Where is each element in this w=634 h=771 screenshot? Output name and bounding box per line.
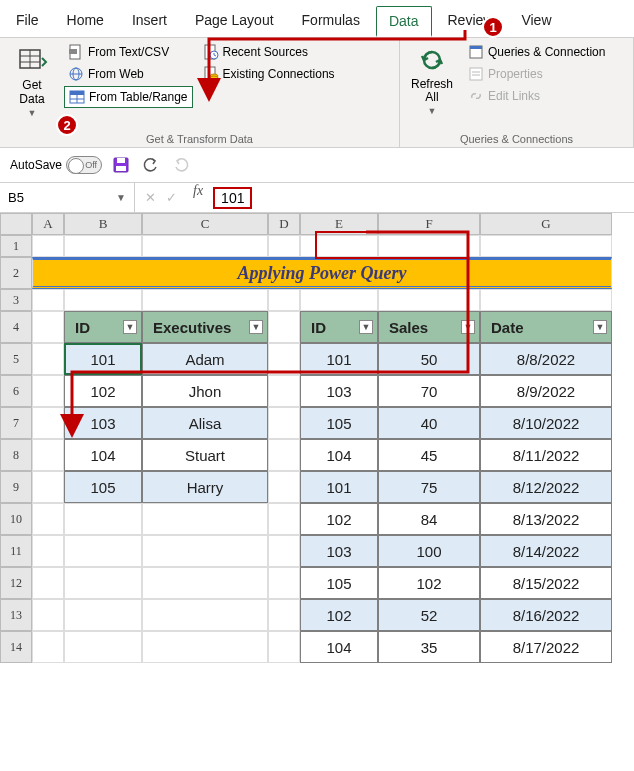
table-cell[interactable]: 8/12/2022 [480, 471, 612, 503]
table-cell[interactable]: 102 [378, 567, 480, 599]
cell-b5-selected[interactable]: 101 [64, 343, 142, 375]
row-header[interactable]: 7 [0, 407, 32, 439]
row-header[interactable]: 14 [0, 631, 32, 663]
filter-dropdown-icon[interactable]: ▼ [359, 320, 373, 334]
redo-button[interactable] [170, 154, 192, 176]
table-cell[interactable]: 50 [378, 343, 480, 375]
table-cell[interactable]: 103 [64, 407, 142, 439]
filter-dropdown-icon[interactable]: ▼ [249, 320, 263, 334]
row-header[interactable]: 1 [0, 235, 32, 257]
tab-view[interactable]: View [509, 6, 563, 37]
cancel-icon[interactable]: ✕ [145, 190, 156, 205]
existing-connections-button[interactable]: Existing Connections [199, 64, 339, 84]
tab-home[interactable]: Home [55, 6, 116, 37]
save-button[interactable] [110, 154, 132, 176]
recent-sources-button[interactable]: Recent Sources [199, 42, 339, 62]
table-cell[interactable]: 105 [300, 567, 378, 599]
formula-input[interactable]: 101 [209, 183, 634, 212]
row-header[interactable]: 11 [0, 535, 32, 567]
row-header[interactable]: 12 [0, 567, 32, 599]
queries-connections-button[interactable]: Queries & Connection [464, 42, 609, 62]
tab-page-layout[interactable]: Page Layout [183, 6, 286, 37]
table2-header-sales[interactable]: Sales▼ [378, 311, 480, 343]
filter-dropdown-icon[interactable]: ▼ [593, 320, 607, 334]
undo-button[interactable] [140, 154, 162, 176]
table-cell[interactable]: 104 [300, 439, 378, 471]
table-cell[interactable]: 102 [300, 599, 378, 631]
table1-header-id[interactable]: ID▼ [64, 311, 142, 343]
table-cell[interactable]: 105 [300, 407, 378, 439]
autosave-toggle[interactable]: AutoSave Off [10, 156, 102, 174]
col-header[interactable]: B [64, 213, 142, 235]
table-cell[interactable]: 103 [300, 375, 378, 407]
table-cell[interactable]: 104 [64, 439, 142, 471]
col-header[interactable]: E [300, 213, 378, 235]
table-cell[interactable]: 45 [378, 439, 480, 471]
table-cell[interactable]: Stuart [142, 439, 268, 471]
row-header[interactable]: 8 [0, 439, 32, 471]
tab-formulas[interactable]: Formulas [290, 6, 372, 37]
col-header[interactable]: G [480, 213, 612, 235]
name-box[interactable]: B5 ▼ [0, 183, 135, 212]
table-cell[interactable]: 102 [300, 503, 378, 535]
properties-button[interactable]: Properties [464, 64, 609, 84]
table-cell[interactable]: 8/14/2022 [480, 535, 612, 567]
table-cell[interactable]: Jhon [142, 375, 268, 407]
col-header[interactable]: C [142, 213, 268, 235]
table-cell[interactable]: 84 [378, 503, 480, 535]
table-cell[interactable]: Adam [142, 343, 268, 375]
table-cell[interactable]: 104 [300, 631, 378, 663]
table-cell[interactable]: 75 [378, 471, 480, 503]
table-cell[interactable]: 100 [378, 535, 480, 567]
row-header[interactable]: 5 [0, 343, 32, 375]
row-header[interactable]: 13 [0, 599, 32, 631]
row-header[interactable]: 2 [0, 257, 32, 289]
col-header[interactable]: A [32, 213, 64, 235]
table-cell[interactable]: 102 [64, 375, 142, 407]
col-header[interactable]: D [268, 213, 300, 235]
row-header[interactable]: 4 [0, 311, 32, 343]
table1-header-exec[interactable]: Executives▼ [142, 311, 268, 343]
row-header[interactable]: 9 [0, 471, 32, 503]
table-cell[interactable]: 103 [300, 535, 378, 567]
table-cell[interactable]: 8/10/2022 [480, 407, 612, 439]
filter-dropdown-icon[interactable]: ▼ [461, 320, 475, 334]
row-header[interactable]: 6 [0, 375, 32, 407]
table-cell[interactable]: 8/8/2022 [480, 343, 612, 375]
table-cell[interactable]: 101 [300, 343, 378, 375]
edit-links-button[interactable]: Edit Links [464, 86, 609, 106]
get-data-button[interactable]: Get Data ▼ [6, 42, 58, 120]
table-cell[interactable]: Harry [142, 471, 268, 503]
tab-file[interactable]: File [4, 6, 51, 37]
table-cell[interactable]: 70 [378, 375, 480, 407]
table-cell[interactable]: 8/17/2022 [480, 631, 612, 663]
table-cell[interactable]: 40 [378, 407, 480, 439]
table2-header-date[interactable]: Date▼ [480, 311, 612, 343]
table-cell[interactable]: 35 [378, 631, 480, 663]
tab-insert[interactable]: Insert [120, 6, 179, 37]
spreadsheet-grid[interactable]: A B C D E F G 1 2 Applying Power Query 3… [0, 213, 634, 663]
table-cell[interactable]: 52 [378, 599, 480, 631]
select-all-corner[interactable] [0, 213, 32, 235]
table-cell[interactable]: 105 [64, 471, 142, 503]
table-cell[interactable]: 8/15/2022 [480, 567, 612, 599]
refresh-all-button[interactable]: Refresh All ▼ [406, 42, 458, 118]
row-header[interactable]: 3 [0, 289, 32, 311]
tab-data[interactable]: Data [376, 6, 432, 37]
table-cell[interactable]: 8/13/2022 [480, 503, 612, 535]
fx-icon[interactable]: fx [187, 183, 209, 212]
table-cell[interactable]: Alisa [142, 407, 268, 439]
row-header[interactable]: 10 [0, 503, 32, 535]
filter-dropdown-icon[interactable]: ▼ [123, 320, 137, 334]
col-header[interactable]: F [378, 213, 480, 235]
callout-badge-2: 2 [56, 114, 78, 136]
from-table-range-button[interactable]: From Table/Range [64, 86, 193, 108]
from-text-csv-button[interactable]: From Text/CSV [64, 42, 193, 62]
table-cell[interactable]: 101 [300, 471, 378, 503]
enter-icon[interactable]: ✓ [166, 190, 177, 205]
table-cell[interactable]: 8/16/2022 [480, 599, 612, 631]
from-web-button[interactable]: From Web [64, 64, 193, 84]
table2-header-id[interactable]: ID▼ [300, 311, 378, 343]
table-cell[interactable]: 8/11/2022 [480, 439, 612, 471]
table-cell[interactable]: 8/9/2022 [480, 375, 612, 407]
